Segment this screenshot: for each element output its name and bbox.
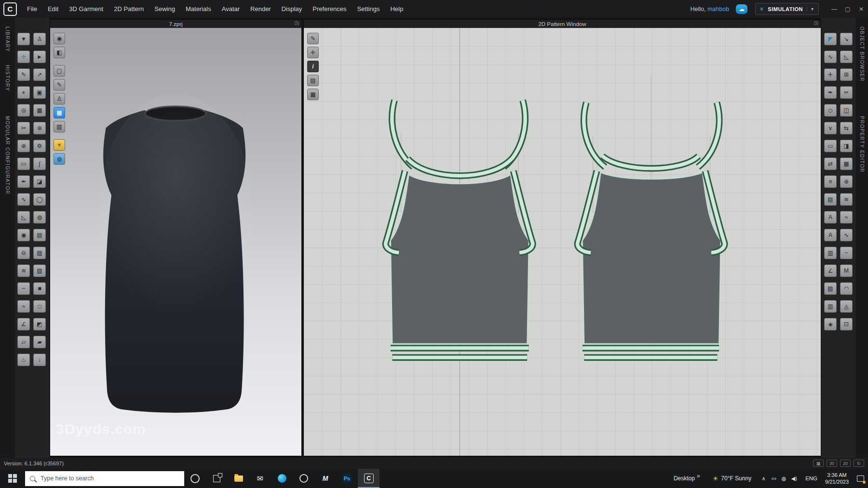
trace-2d-icon[interactable]: ◺ xyxy=(840,51,853,63)
pen-add-icon[interactable]: ↘ xyxy=(840,33,853,45)
thumbnail-grid-icon[interactable]: ▦ xyxy=(813,460,824,467)
menu-display[interactable]: Display xyxy=(276,5,308,13)
circle-icon[interactable]: ◯ xyxy=(33,193,46,206)
free-sewing-icon[interactable]: ∫ xyxy=(33,158,46,170)
simulate-icon[interactable]: ▼ xyxy=(17,33,30,45)
back-right-shoulder-binding[interactable] xyxy=(698,103,719,167)
front-right-shoulder-binding[interactable] xyxy=(504,100,525,167)
desktop-toolbar-label[interactable]: Desktop xyxy=(670,475,697,482)
notch-icon[interactable]: ∨ xyxy=(824,122,837,134)
tab-history[interactable]: HISTORY xyxy=(5,65,10,92)
buttonhole-icon[interactable]: ⊖ xyxy=(17,247,30,259)
topstitch-icon[interactable]: ╌ xyxy=(17,282,30,295)
environment-icon[interactable]: ◍ xyxy=(54,153,65,165)
simulation-button[interactable]: » SIMULATION ▾ xyxy=(755,3,819,15)
tab-modular-configurator[interactable]: MODULAR CONFIGURATOR xyxy=(5,116,10,195)
scissors-icon[interactable]: ✂ xyxy=(17,122,30,134)
seam-allowance-icon[interactable]: ▭ xyxy=(824,140,837,152)
fold-arrange-icon[interactable]: ◨ xyxy=(840,140,853,152)
wrinkle-icon[interactable]: M xyxy=(840,264,853,277)
smart-pin-icon[interactable]: ◎ xyxy=(17,104,30,117)
avatar-display-icon[interactable]: ♙ xyxy=(54,93,65,105)
simulation-dropdown-caret-icon[interactable]: ▾ xyxy=(807,6,814,12)
layers-icon[interactable]: ▤ xyxy=(33,229,46,241)
button-icon[interactable]: ◉ xyxy=(17,229,30,241)
pattern-piece-front[interactable] xyxy=(386,100,533,357)
weather-widget[interactable]: ☀ 70°F Sunny xyxy=(708,475,757,482)
triangle-icon[interactable]: ◬ xyxy=(840,300,853,313)
garment-display-icon[interactable]: ▦ xyxy=(54,107,65,119)
measure-icon[interactable]: ∠ xyxy=(824,264,837,277)
gizmo-icon[interactable]: ► xyxy=(33,51,46,63)
menu-help[interactable]: Help xyxy=(385,5,408,13)
trace-icon[interactable]: ◺ xyxy=(17,211,30,224)
pattern-display-icon[interactable]: ▧ xyxy=(54,121,65,132)
tab-property-editor[interactable]: PROPERTY EDITOR xyxy=(859,116,865,173)
bar-icon[interactable]: ▰ xyxy=(33,336,46,348)
taskbar-clock[interactable]: 3:36 AM 9/21/2023 xyxy=(821,472,853,486)
tab-library[interactable]: LIBRARY xyxy=(5,26,10,52)
pin-box-icon[interactable]: ▣ xyxy=(33,86,46,99)
m-app-icon[interactable]: M xyxy=(314,469,336,488)
avatar-icon[interactable]: ♙ xyxy=(33,33,46,45)
grading-icon[interactable]: ≡ xyxy=(824,175,837,188)
stitch-icon[interactable]: ╌ xyxy=(840,247,853,259)
transform-pattern-icon[interactable]: ✛ xyxy=(307,47,319,58)
refresh-icon[interactable]: ↻ xyxy=(854,460,864,467)
tack-2d-icon[interactable]: ⊕ xyxy=(840,175,853,188)
menu-3d-garment[interactable]: 3D Garment xyxy=(64,5,108,13)
shirring-icon[interactable]: ≈ xyxy=(17,300,30,313)
tack-icon[interactable]: ⊕ xyxy=(17,140,30,152)
start-button[interactable] xyxy=(0,469,25,488)
2d-window-title-bar[interactable]: 2D Pattern Window ◳ xyxy=(304,20,821,28)
menu-file[interactable]: File xyxy=(22,5,42,13)
capture-window-icon[interactable]: ▢ xyxy=(54,65,65,77)
misc-icon[interactable]: ◈ xyxy=(824,318,837,330)
menu-preferences[interactable]: Preferences xyxy=(307,5,352,13)
render-icon[interactable]: ◧ xyxy=(54,47,65,58)
clo-icon[interactable]: C xyxy=(358,469,380,488)
clo-logo-icon[interactable]: C xyxy=(3,2,17,16)
unfold-icon[interactable]: ◫ xyxy=(840,104,853,117)
wire-icon[interactable]: □ xyxy=(33,300,46,313)
menu-materials[interactable]: Materials xyxy=(180,5,217,13)
mirror-icon[interactable]: ⇆ xyxy=(840,122,853,134)
fabric-icon[interactable]: ▨ xyxy=(33,247,46,259)
menu-settings[interactable]: Settings xyxy=(352,5,385,13)
measure-tape-icon[interactable]: ▭ xyxy=(17,158,30,170)
clo-cloud-icon[interactable]: ☁ xyxy=(736,4,747,14)
compare-icon[interactable]: ⇄ xyxy=(824,158,837,170)
seam-icon[interactable]: ⊞ xyxy=(840,68,853,81)
text-icon[interactable]: A xyxy=(824,229,837,241)
ruler-icon[interactable]: ∠ xyxy=(17,318,30,330)
curve-edit-icon[interactable]: ∿ xyxy=(17,193,30,206)
toolbar-chevron-icon[interactable]: » xyxy=(697,473,700,479)
wave-icon[interactable]: ∿ xyxy=(840,229,853,241)
username-link[interactable]: mahbob xyxy=(707,6,729,13)
3d-window-title-bar[interactable]: 7.zprj ◳ xyxy=(50,20,301,28)
language-indicator[interactable]: ENG xyxy=(801,475,821,481)
select-brush-icon[interactable]: ✎ xyxy=(17,68,30,81)
scale-icon[interactable]: ↗ xyxy=(33,68,46,81)
snapshot-icon[interactable]: ◉ xyxy=(54,33,65,44)
menu-render[interactable]: Render xyxy=(245,5,276,13)
hidden-icons-button[interactable]: ∧ xyxy=(759,475,768,482)
photoshop-icon[interactable]: Ps xyxy=(336,469,358,488)
paint-icon[interactable]: ✎ xyxy=(54,79,65,91)
zoom-20-button[interactable]: 20 xyxy=(840,460,851,467)
menu-2d-pattern[interactable]: 2D Pattern xyxy=(108,5,149,13)
arrange-icon[interactable]: ▦ xyxy=(33,104,46,117)
texture-edit-icon[interactable]: ▨ xyxy=(824,282,837,295)
pattern-svg[interactable] xyxy=(304,28,821,456)
mesh-icon[interactable]: ▦ xyxy=(840,158,853,170)
layer-icon[interactable]: ▤ xyxy=(307,75,319,86)
annotation-icon[interactable]: A xyxy=(824,211,837,224)
polygon-pen-icon[interactable]: ✒ xyxy=(824,86,837,99)
dark-circle-app-icon[interactable] xyxy=(293,469,314,488)
mail-icon[interactable]: ✉ xyxy=(249,469,271,488)
transform-pattern-icon[interactable]: ◤ xyxy=(824,33,837,45)
tab-object-browser[interactable]: OBJECT BROWSER xyxy=(859,26,865,82)
search-input[interactable] xyxy=(40,475,179,482)
light-icon[interactable]: ☀ xyxy=(54,139,65,151)
baseline-icon[interactable]: ▥ xyxy=(824,247,837,259)
